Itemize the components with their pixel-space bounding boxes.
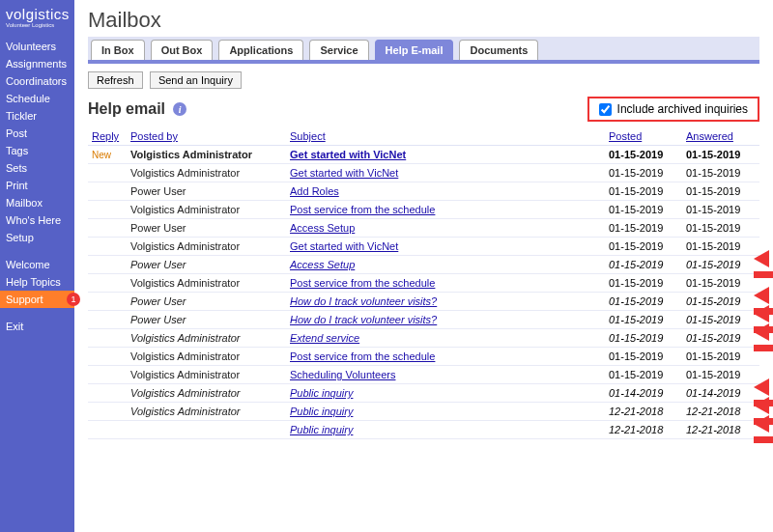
cell-subject: Extend service <box>286 329 605 348</box>
info-icon[interactable]: i <box>173 102 186 116</box>
cell-answered: 01-15-2019 <box>682 348 759 366</box>
tab-help-e-mail[interactable]: Help E-mail <box>375 40 454 60</box>
refresh-button[interactable]: Refresh <box>88 71 143 89</box>
cell-posted: 01-14-2019 <box>605 384 682 403</box>
subject-link[interactable]: Public inquiry <box>290 387 353 399</box>
subject-link[interactable]: Access Setup <box>290 222 355 234</box>
subject-link[interactable]: Post service from the schedule <box>290 204 435 215</box>
nav-item-tags[interactable]: Tags <box>0 142 74 159</box>
subject-link[interactable]: Access Setup <box>290 259 355 270</box>
table-row: Power UserAdd Roles01-15-201901-15-2019 <box>88 182 759 201</box>
nav-item-post[interactable]: Post <box>0 125 74 142</box>
tab-documents[interactable]: Documents <box>459 40 538 60</box>
cell-answered: 01-15-2019 <box>682 329 759 348</box>
cell-reply <box>88 329 127 348</box>
table-row: Volgistics AdministratorPost service fro… <box>88 348 759 366</box>
nav-item-who-s-here[interactable]: Who's Here <box>0 211 74 229</box>
cell-posted-by: Volgistics Administrator <box>127 238 286 256</box>
cell-posted-by: Volgistics Administrator <box>127 274 286 293</box>
subject-link[interactable]: Public inquiry <box>290 406 353 417</box>
nav-item-volunteers[interactable]: Volunteers <box>0 38 74 55</box>
cell-posted: 01-15-2019 <box>605 348 682 366</box>
cell-subject: Post service from the schedule <box>286 201 605 219</box>
cell-answered: 12-21-2018 <box>682 403 759 421</box>
cell-subject: Access Setup <box>286 219 605 238</box>
subject-link[interactable]: Scheduling Volunteers <box>290 369 395 380</box>
col-posted[interactable]: Posted <box>605 127 682 146</box>
subject-link[interactable]: Get started with VicNet <box>290 240 398 252</box>
cell-reply <box>88 293 127 311</box>
cell-posted: 01-15-2019 <box>605 219 682 238</box>
table-row: Power UserHow do I track volunteer visit… <box>88 293 759 311</box>
brand-tagline: Volunteer Logistics <box>0 22 74 38</box>
cell-answered: 01-15-2019 <box>682 164 759 182</box>
subject-link[interactable]: Post service from the schedule <box>290 277 435 289</box>
cell-reply <box>88 182 127 201</box>
cell-posted: 01-15-2019 <box>605 201 682 219</box>
cell-reply <box>88 403 127 421</box>
nav-item-sets[interactable]: Sets <box>0 159 74 177</box>
col-posted-by[interactable]: Posted by <box>127 127 286 146</box>
cell-reply <box>88 421 127 439</box>
tab-out-box[interactable]: Out Box <box>151 40 214 60</box>
col-reply[interactable]: Reply <box>88 127 127 146</box>
subject-link[interactable]: Extend service <box>290 332 359 344</box>
table-row: Volgistics AdministratorPost service fro… <box>88 201 759 219</box>
subject-link[interactable]: How do I track volunteer visits? <box>290 295 437 307</box>
nav-item-schedule[interactable]: Schedule <box>0 90 74 107</box>
cell-posted: 01-15-2019 <box>605 182 682 201</box>
cell-posted-by: Volgistics Administrator <box>127 403 286 421</box>
table-row: Volgistics AdministratorPublic inquiry12… <box>88 403 759 421</box>
nav-item-assignments[interactable]: Assignments <box>0 55 74 72</box>
cell-answered: 01-15-2019 <box>682 238 759 256</box>
section-title: Help email <box>88 100 165 118</box>
cell-posted-by: Power User <box>127 182 286 201</box>
cell-answered: 01-15-2019 <box>682 146 759 164</box>
nav-item-setup[interactable]: Setup <box>0 229 74 246</box>
table-row: Volgistics AdministratorScheduling Volun… <box>88 366 759 384</box>
include-archived-input[interactable] <box>599 103 612 116</box>
subject-link[interactable]: How do I track volunteer visits? <box>290 314 437 325</box>
nav-item-help-topics[interactable]: Help Topics <box>0 273 74 291</box>
cell-reply <box>88 256 127 274</box>
table-row: Volgistics AdministratorPost service fro… <box>88 274 759 293</box>
subject-link[interactable]: Post service from the schedule <box>290 350 435 362</box>
cell-reply <box>88 384 127 403</box>
help-email-table: Reply Posted by Subject Posted Answered … <box>88 127 759 439</box>
main-panel: Mailbox In BoxOut BoxApplicationsService… <box>74 0 773 532</box>
tab-in-box[interactable]: In Box <box>91 40 145 60</box>
nav-item-support[interactable]: Support1 <box>0 291 74 308</box>
tab-applications[interactable]: Applications <box>218 40 303 60</box>
nav-item-coordinators[interactable]: Coordinators <box>0 72 74 90</box>
cell-answered: 01-15-2019 <box>682 201 759 219</box>
cell-reply <box>88 238 127 256</box>
col-subject[interactable]: Subject <box>286 127 605 146</box>
nav-item-welcome[interactable]: Welcome <box>0 256 74 273</box>
col-answered[interactable]: Answered <box>682 127 759 146</box>
table-row: NewVolgistics AdministratorGet started w… <box>88 146 759 164</box>
include-archived-checkbox[interactable]: Include archived inquiries <box>587 97 759 122</box>
cell-posted: 01-15-2019 <box>605 311 682 329</box>
nav-item-exit[interactable]: Exit <box>0 318 74 335</box>
cell-posted: 01-15-2019 <box>605 274 682 293</box>
tab-row: In BoxOut BoxApplicationsServiceHelp E-m… <box>88 37 759 64</box>
subject-link[interactable]: Add Roles <box>290 185 339 197</box>
cell-posted-by: Volgistics Administrator <box>127 146 286 164</box>
subject-link[interactable]: Get started with VicNet <box>290 149 406 160</box>
send-inquiry-button[interactable]: Send an Inquiry <box>150 71 242 89</box>
nav-item-tickler[interactable]: Tickler <box>0 107 74 125</box>
cell-posted-by: Volgistics Administrator <box>127 348 286 366</box>
cell-subject: How do I track volunteer visits? <box>286 311 605 329</box>
nav-item-print[interactable]: Print <box>0 177 74 194</box>
subject-link[interactable]: Public inquiry <box>290 424 353 435</box>
cell-answered: 01-14-2019 <box>682 384 759 403</box>
cell-posted: 12-21-2018 <box>605 421 682 439</box>
subject-link[interactable]: Get started with VicNet <box>290 167 398 179</box>
cell-subject: Public inquiry <box>286 384 605 403</box>
cell-reply <box>88 348 127 366</box>
cell-posted-by: Power User <box>127 311 286 329</box>
tab-service[interactable]: Service <box>309 40 368 60</box>
table-row: Volgistics AdministratorGet started with… <box>88 164 759 182</box>
nav-item-mailbox[interactable]: Mailbox <box>0 194 74 211</box>
cell-subject: Add Roles <box>286 182 605 201</box>
